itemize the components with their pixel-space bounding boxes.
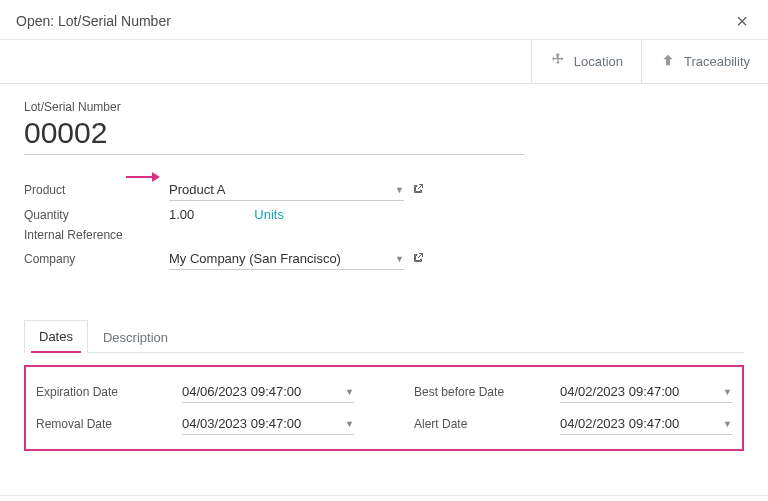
tab-dates[interactable]: Dates: [24, 320, 88, 353]
dates-panel: Expiration Date 04/06/2023 09:47:00 ▼ Be…: [24, 365, 744, 451]
chevron-down-icon: ▼: [723, 419, 732, 429]
toolbar: Location Traceability: [0, 40, 768, 84]
chevron-down-icon: ▼: [345, 387, 354, 397]
company-label: Company: [24, 252, 169, 266]
company-value: My Company (San Francisco): [169, 251, 341, 266]
internal-reference-label: Internal Reference: [24, 228, 169, 242]
close-icon[interactable]: ×: [732, 11, 752, 31]
external-link-icon[interactable]: [412, 183, 424, 197]
lot-number-label: Lot/Serial Number: [24, 100, 744, 114]
quantity-field: 1.00 Units: [169, 207, 424, 222]
product-value: Product A: [169, 182, 225, 197]
tab-description[interactable]: Description: [88, 320, 183, 353]
location-button[interactable]: Location: [531, 40, 641, 83]
move-icon: [550, 52, 566, 71]
quantity-label: Quantity: [24, 208, 169, 222]
alert-date-label: Alert Date: [414, 417, 554, 431]
expiration-date-field[interactable]: 04/06/2023 09:47:00 ▼: [182, 381, 354, 403]
modal: Open: Lot/Serial Number × Location Trace…: [0, 0, 768, 501]
chevron-down-icon: ▼: [395, 185, 404, 195]
product-label: Product: [24, 183, 169, 197]
form-grid: Product Product A ▼ Quantity 1.00 Units …: [24, 179, 424, 270]
modal-title: Open: Lot/Serial Number: [16, 13, 171, 29]
best-before-date-field[interactable]: 04/02/2023 09:47:00 ▼: [560, 381, 732, 403]
product-field[interactable]: Product A ▼: [169, 179, 424, 201]
arrow-up-icon: [660, 52, 676, 71]
best-before-date-label: Best before Date: [414, 385, 554, 399]
removal-date-field[interactable]: 04/03/2023 09:47:00 ▼: [182, 413, 354, 435]
form-body: Lot/Serial Number 00002 Product Product …: [0, 84, 768, 467]
external-link-icon[interactable]: [412, 252, 424, 266]
chevron-down-icon: ▼: [723, 387, 732, 397]
removal-date-label: Removal Date: [36, 417, 176, 431]
alert-date-field[interactable]: 04/02/2023 09:47:00 ▼: [560, 413, 732, 435]
best-before-date-value: 04/02/2023 09:47:00: [560, 384, 679, 399]
traceability-button[interactable]: Traceability: [641, 40, 768, 83]
alert-date-value: 04/02/2023 09:47:00: [560, 416, 679, 431]
company-field[interactable]: My Company (San Francisco) ▼: [169, 248, 424, 270]
expiration-date-value: 04/06/2023 09:47:00: [182, 384, 301, 399]
traceability-label: Traceability: [684, 54, 750, 69]
location-label: Location: [574, 54, 623, 69]
removal-date-value: 04/03/2023 09:47:00: [182, 416, 301, 431]
chevron-down-icon: ▼: [395, 254, 404, 264]
units-link[interactable]: Units: [254, 207, 284, 222]
lot-number-input[interactable]: 00002: [24, 116, 524, 155]
chevron-down-icon: ▼: [345, 419, 354, 429]
expiration-date-label: Expiration Date: [36, 385, 176, 399]
quantity-value: 1.00: [169, 207, 194, 222]
modal-header: Open: Lot/Serial Number ×: [0, 1, 768, 40]
footer: SAVE DISCARD: [0, 495, 768, 501]
tabs: Dates Description: [24, 320, 744, 353]
